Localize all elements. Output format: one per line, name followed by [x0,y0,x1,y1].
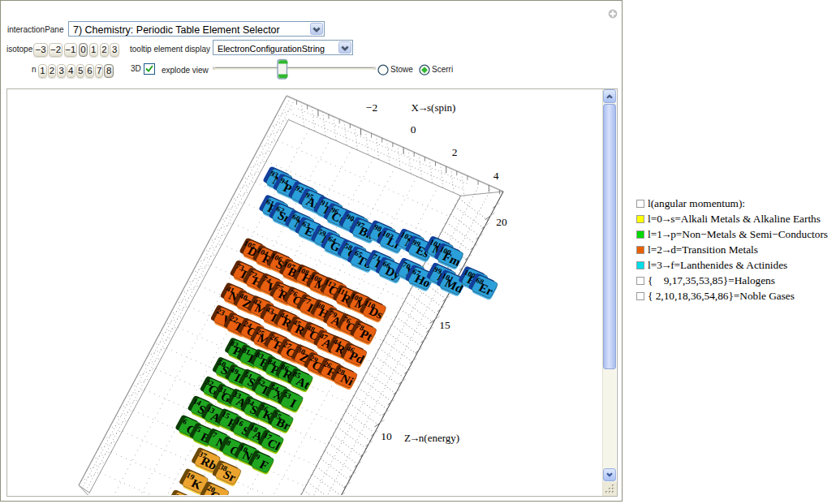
svg-text:Z→n(energy): Z→n(energy) [404,432,459,444]
svg-text:10: 10 [381,430,392,442]
svg-text:−2: −2 [366,101,377,114]
svg-text:X→s(spin): X→s(spin) [412,101,456,114]
svg-text:20: 20 [496,216,507,228]
svg-text:15: 15 [439,319,450,331]
svg-text:4: 4 [493,170,499,182]
svg-text:2: 2 [452,146,458,158]
svg-text:0: 0 [411,123,416,136]
